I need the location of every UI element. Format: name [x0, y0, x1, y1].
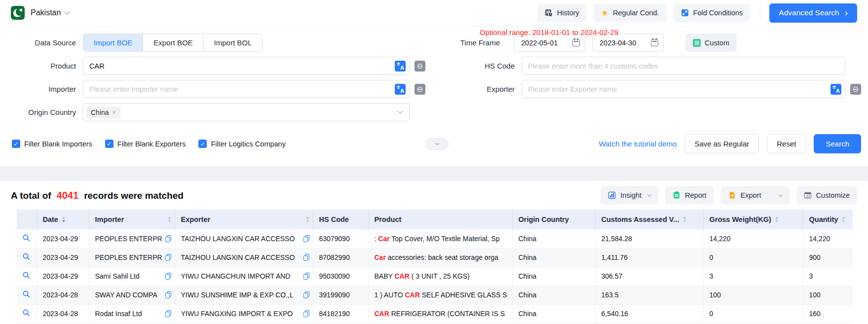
cell-exporter: YIWU FANGXING IMPORT & EXPO	[175, 304, 313, 323]
cell-hs-code: 63079090	[313, 229, 368, 248]
results-summary: A total of 4041 records were matched	[11, 190, 184, 201]
date-from-input[interactable]	[520, 38, 572, 47]
regular-cond-button[interactable]: ★ Regular Cond.	[594, 4, 667, 22]
sort-icons[interactable]: ▲▼	[682, 216, 686, 223]
importer-input[interactable]	[83, 85, 409, 93]
copy-icon[interactable]	[303, 291, 310, 299]
copy-icon[interactable]	[165, 253, 172, 261]
cell-customs-value: 1,411.76	[595, 248, 703, 267]
copy-icon[interactable]	[165, 235, 172, 243]
sort-icons[interactable]: ▲▼	[62, 216, 66, 223]
sort-icons[interactable]: ▲▼	[306, 216, 310, 223]
exporter-input[interactable]	[522, 85, 845, 93]
filter-blank-exporters-checkbox[interactable]: ✓ Filter Blank Exporters	[105, 140, 186, 148]
origin-country-select[interactable]: China ×	[83, 103, 410, 121]
checkbox-checked-icon[interactable]: ✓	[198, 140, 207, 148]
header-exporter[interactable]: Exporter ▲▼	[175, 210, 313, 229]
translate-icon[interactable]: A	[830, 84, 841, 95]
copy-icon[interactable]	[303, 310, 310, 318]
copy-icon[interactable]	[165, 291, 172, 299]
tutorial-link[interactable]: Watch the tutorial demo	[599, 140, 677, 148]
filter-logitics-company-checkbox[interactable]: ✓ Filter Logitics Company	[198, 140, 286, 148]
chevron-down-icon[interactable]	[65, 9, 70, 14]
results-table: Date ▲▼ Importer ▲▼ Exporter ▲▼ HS Code …	[17, 210, 853, 324]
advanced-search-button[interactable]: Advanced Search ›	[769, 3, 857, 23]
checkbox-checked-icon[interactable]: ✓	[105, 140, 113, 148]
header-date[interactable]: Date ▲▼	[37, 210, 89, 229]
cell-view[interactable]	[17, 286, 37, 304]
cell-gross-weight: 0	[703, 304, 803, 323]
search-row-icon[interactable]	[22, 290, 31, 298]
copy-icon[interactable]	[303, 235, 310, 243]
copy-icon[interactable]	[303, 272, 310, 280]
tab-import-boe[interactable]: Import BOE	[83, 34, 143, 51]
tab-export-boe[interactable]: Export BOE	[143, 34, 203, 51]
chevron-down-icon[interactable]	[397, 108, 403, 113]
cell-product: CAR REFRIGERATOR (CONTAINER IS S	[368, 304, 512, 323]
export-button[interactable]: Export	[721, 186, 790, 205]
exclude-condition-icon[interactable]: ⊖	[415, 84, 425, 95]
fold-conditions-label: Fold Conditions	[693, 9, 743, 17]
search-row-icon[interactable]	[22, 252, 31, 261]
exporter-field[interactable]: A	[522, 80, 845, 98]
search-button[interactable]: Search	[814, 134, 861, 153]
tab-import-bol[interactable]: Import BOL	[204, 34, 263, 51]
collapse-conditions-toggle[interactable]	[426, 138, 449, 150]
reset-button[interactable]: Reset	[767, 134, 806, 153]
calendar-icon[interactable]	[572, 39, 580, 46]
cell-importer: PEOPLES ENTERPR	[89, 229, 175, 248]
header-hs-code[interactable]: HS Code	[313, 210, 368, 229]
header-quantity[interactable]: Quantity ▲▼	[803, 210, 853, 229]
product-input[interactable]	[83, 62, 409, 70]
checkbox-checked-icon[interactable]: ✓	[12, 140, 20, 148]
report-label: Report	[685, 191, 707, 199]
sort-icons[interactable]: ▲▼	[775, 216, 779, 223]
advanced-search-label: Advanced Search	[779, 8, 839, 17]
country-selector-label[interactable]: Pakistan	[31, 8, 61, 17]
date-to-input[interactable]	[599, 38, 651, 47]
sort-icons[interactable]: ▲▼	[168, 216, 172, 223]
header-origin-country[interactable]: Origin Country	[512, 210, 595, 229]
search-row-icon[interactable]	[22, 309, 31, 317]
header-gross-weight[interactable]: Gross Weight(KG) ▲▼	[703, 210, 803, 229]
cell-view[interactable]	[17, 248, 37, 267]
header-product[interactable]: Product	[368, 210, 512, 229]
search-row-icon[interactable]	[22, 234, 31, 242]
header-importer[interactable]: Importer ▲▼	[89, 210, 175, 229]
report-button[interactable]: Report	[665, 186, 714, 205]
cell-view[interactable]	[17, 304, 37, 323]
copy-icon[interactable]	[303, 253, 310, 261]
product-field[interactable]: A	[83, 57, 410, 75]
header-customs-value[interactable]: Customs Assessed V... ▲▼	[595, 210, 703, 229]
history-button[interactable]: History	[537, 4, 587, 22]
save-as-regular-button[interactable]: Save as Regular	[684, 134, 759, 153]
custom-range-button[interactable]: ⊞ Custom	[685, 34, 737, 52]
insight-icon	[608, 191, 616, 199]
exclude-condition-icon[interactable]: ⊖	[850, 84, 861, 95]
toolbar-divider	[760, 6, 760, 20]
table-row: 2023-04-29 PEOPLES ENTERPR TAIZHOU LANGX…	[17, 229, 853, 248]
importer-field[interactable]: A	[83, 80, 410, 98]
exclude-condition-icon[interactable]: ⊖	[415, 61, 425, 72]
search-row-icon[interactable]	[22, 271, 31, 280]
copy-icon[interactable]	[165, 310, 172, 318]
chevron-down-icon[interactable]	[778, 192, 782, 196]
calendar-icon[interactable]	[651, 39, 658, 46]
fold-conditions-button[interactable]: Fold Conditions	[674, 4, 751, 22]
results-toolbar: Insight Report Export	[601, 186, 857, 205]
section-divider	[0, 166, 868, 181]
svg-text:A: A	[836, 88, 840, 94]
copy-icon[interactable]	[165, 272, 172, 280]
hs-code-input[interactable]	[522, 62, 845, 70]
customize-button[interactable]: Customize	[796, 186, 858, 205]
cell-view[interactable]	[17, 229, 37, 248]
hs-code-field[interactable]	[522, 57, 845, 75]
filter-blank-importers-checkbox[interactable]: ✓ Filter Blank Importers	[12, 140, 92, 148]
translate-icon[interactable]: A	[395, 84, 406, 95]
sort-icons[interactable]: ▲▼	[841, 216, 845, 223]
cell-view[interactable]	[17, 267, 37, 286]
cell-origin: China	[512, 286, 595, 304]
translate-icon[interactable]: A	[395, 61, 406, 72]
insight-button[interactable]: Insight	[601, 186, 658, 205]
tag-close-icon[interactable]: ×	[113, 108, 116, 116]
